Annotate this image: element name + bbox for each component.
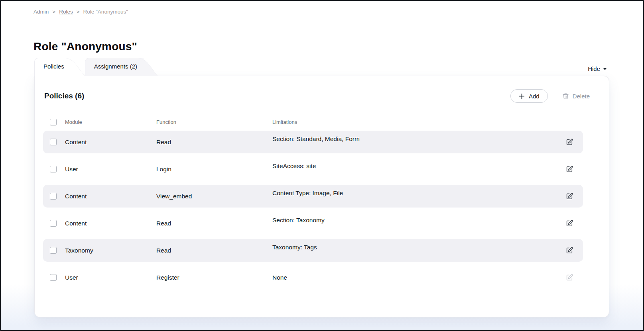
row-checkbox[interactable] [50,247,57,254]
row-checkbox[interactable] [50,220,57,227]
edit-pencil-square-icon [566,247,573,254]
cell-module: Content [65,220,156,227]
table-row: Content Read Section: Taxonomy [43,212,583,235]
edit-pencil-square-icon [566,192,573,200]
breadcrumb-item: Admin [33,9,49,15]
edit-policy-button[interactable] [566,247,573,254]
tab-policies[interactable]: Policies [34,58,85,76]
cell-limitations: None [272,274,566,281]
cell-function: Login [156,166,272,173]
table-row: Content View_embed Content Type: Image, … [43,185,583,208]
edit-pencil-square-icon [566,274,573,281]
delete-button-label: Delete [573,93,590,100]
add-button-label: Add [529,93,540,100]
delete-policy-button[interactable]: Delete [560,92,592,100]
column-header-limitations: Limitations [272,119,583,125]
column-header-function: Function [156,119,272,125]
page-title: Role "Anonymous" [33,40,137,53]
panel-header: Policies (6) Add Delete [35,76,609,103]
cell-limitations: Section: Taxonomy [272,217,566,224]
panel-actions: Add Delete [510,89,592,103]
row-checkbox[interactable] [50,166,57,172]
policies-table: Module Function Limitations Content Read… [43,113,583,289]
edit-policy-button[interactable] [566,165,573,173]
row-checkbox[interactable] [50,139,57,145]
cell-function: Read [156,139,272,146]
edit-pencil-square-icon [566,138,573,146]
panel-title: Policies (6) [44,92,84,100]
plus-icon [519,93,525,99]
caret-down-icon [603,68,607,72]
edit-pencil-square-icon [566,165,573,173]
edit-policy-button[interactable] [566,192,573,200]
select-all-checkbox[interactable] [50,119,57,125]
edit-policy-button[interactable] [566,138,573,146]
cell-limitations: Taxonomy: Tags [272,244,566,251]
breadcrumb: Admin>Roles>Role "Anonymous" [33,9,128,15]
cell-module: User [65,274,156,281]
row-checkbox[interactable] [50,193,57,200]
edit-policy-button[interactable] [566,274,573,281]
tab-label: Assignments (2) [94,63,137,70]
edit-policy-button[interactable] [566,219,573,227]
row-checkbox[interactable] [50,274,57,281]
tabs: PoliciesAssignments (2) [34,58,158,76]
cell-function: Read [156,247,272,254]
breadcrumb-separator: > [52,9,55,15]
cell-limitations: Content Type: Image, File [272,190,566,197]
column-header-module: Module [65,119,156,125]
breadcrumb-separator: > [77,9,80,15]
breadcrumb-item: Role "Anonymous" [83,9,128,15]
table-body: Content Read Section: Standard, Media, F… [43,131,583,289]
tab-label: Policies [43,63,64,70]
policies-panel: Policies (6) Add Delete Module Function … [34,76,609,317]
cell-function: View_embed [156,193,272,200]
cell-function: Read [156,220,272,227]
breadcrumb-item[interactable]: Roles [59,9,73,15]
cell-function: Register [156,274,272,281]
edit-pencil-square-icon [566,219,573,227]
cell-module: Content [65,193,156,200]
hide-toggle-button[interactable]: Hide [585,65,609,72]
table-row: Content Read Section: Standard, Media, F… [43,131,583,153]
table-row: Taxonomy Read Taxonomy: Tags [43,239,583,262]
trash-icon [562,93,569,100]
tab-assignments-2[interactable]: Assignments (2) [85,58,158,76]
cell-limitations: SiteAccess: site [272,163,566,170]
hide-toggle-label: Hide [588,65,600,72]
cell-module: Content [65,139,156,146]
table-row: User Login SiteAccess: site [43,158,583,180]
cell-limitations: Section: Standard, Media, Form [272,135,566,143]
table-row: User Register None [43,266,583,289]
add-policy-button[interactable]: Add [510,89,548,103]
table-header-row: Module Function Limitations [43,113,583,131]
cell-module: User [65,166,156,173]
cell-module: Taxonomy [65,247,156,254]
